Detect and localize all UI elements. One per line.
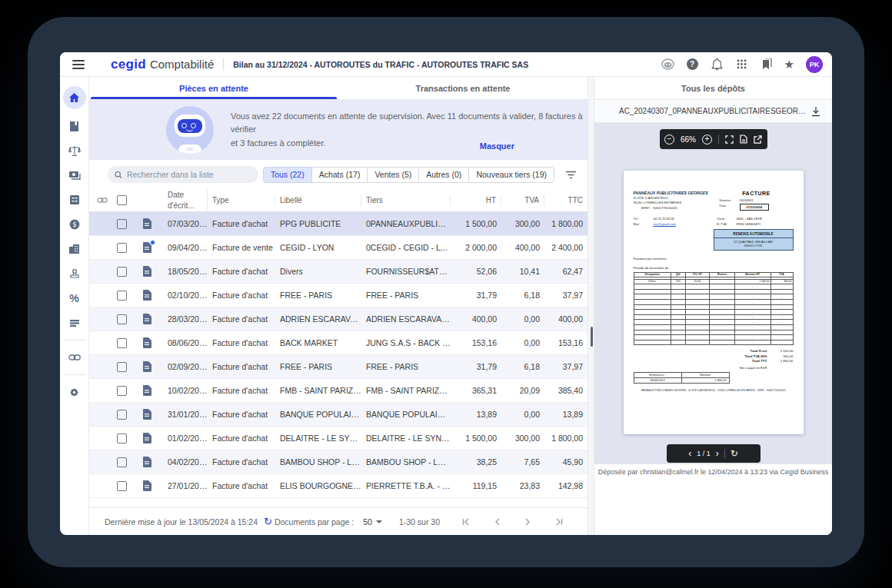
col-libelle[interactable]: Libellé: [275, 195, 361, 206]
row-date: 01/02/2024: [163, 434, 208, 443]
row-ht: 13,89: [451, 410, 501, 419]
row-checkbox[interactable]: [117, 219, 127, 229]
col-tva[interactable]: TVA: [501, 195, 544, 206]
sidebar-item-home[interactable]: [63, 86, 86, 109]
col-tiers[interactable]: Tiers: [361, 195, 451, 206]
document-view-icon[interactable]: [740, 135, 747, 144]
fullscreen-icon[interactable]: [725, 135, 734, 144]
last-page-button[interactable]: [543, 518, 574, 526]
refresh-icon[interactable]: ↻: [264, 516, 272, 527]
row-checkbox[interactable]: [117, 338, 127, 348]
row-checkbox[interactable]: [117, 362, 127, 372]
filter-chip[interactable]: Autres (0): [418, 167, 469, 183]
row-date: 08/06/2023: [163, 338, 208, 347]
select-all-checkbox[interactable]: [117, 195, 127, 205]
row-checkbox[interactable]: [117, 457, 127, 467]
sidebar-item-stamp[interactable]: [63, 266, 86, 281]
table-row[interactable]: 04/02/2023 Facture d'achat BAMBOU SHOP -…: [89, 450, 587, 474]
per-page-select[interactable]: 50: [363, 517, 382, 527]
preview-panel: Tous les dépôts AC_20240307_0PANNEAUXPUB…: [594, 77, 832, 535]
filter-chip[interactable]: Tous (22): [263, 167, 312, 183]
invoice-preview-page[interactable]: PANNEAUX PUBLICITAIRES GEORGES 61 RTE D-…: [624, 171, 804, 434]
zoom-in-icon[interactable]: +: [702, 135, 712, 145]
row-ht: 153,16: [451, 338, 501, 347]
filter-chip[interactable]: Ventes (5): [367, 167, 419, 183]
sidebar-item-company[interactable]: [63, 241, 86, 257]
left-sidebar: $ %: [60, 77, 89, 535]
table-row[interactable]: 09/04/2024 Facture de vente CEGID - LYON…: [89, 236, 587, 260]
open-external-icon[interactable]: [754, 135, 762, 144]
svg-text:$: $: [72, 221, 76, 228]
row-checkbox[interactable]: [117, 481, 127, 491]
row-ttc: 153,16: [544, 338, 587, 347]
row-tiers: FREE - PARIS: [361, 362, 451, 371]
list-scrollbar[interactable]: [587, 77, 594, 535]
scrollbar-thumb[interactable]: [591, 327, 593, 347]
filter-chip[interactable]: Nouveaux tiers (19): [468, 167, 554, 183]
table-row[interactable]: 02/10/2023 Facture d'achat FREE - PARIS …: [89, 284, 587, 307]
search-input[interactable]: [127, 170, 251, 179]
tab-tous-les-depots[interactable]: Tous les dépôts: [594, 77, 832, 100]
row-tiers: PIERRETTE T.B.A. - ELIS BO...: [361, 481, 451, 490]
document-icon: [142, 409, 153, 420]
assistant-robot-icon[interactable]: [661, 58, 674, 71]
search-box[interactable]: [108, 166, 258, 183]
row-checkbox[interactable]: [117, 243, 127, 253]
table-row[interactable]: 07/03/2024 Facture d'achat PPG PUBLICITE…: [89, 212, 587, 236]
table-row[interactable]: 10/02/2023 Facture d'achat FMB - SAINT P…: [89, 379, 587, 403]
table-row[interactable]: 01/02/2024 Facture d'achat DELAITRE - LE…: [89, 427, 587, 450]
rotate-icon[interactable]: ↻: [731, 448, 738, 459]
sidebar-item-lists[interactable]: [63, 315, 86, 331]
sidebar-item-balance[interactable]: [63, 143, 86, 158]
previous-page-button[interactable]: [481, 518, 512, 526]
tab-transactions-en-attente[interactable]: Transactions en attente: [338, 77, 587, 99]
zoom-out-icon[interactable]: −: [664, 135, 674, 145]
sidebar-item-vat-rates[interactable]: %: [63, 291, 86, 306]
sidebar-item-links[interactable]: [63, 350, 86, 365]
sidebar-item-payments[interactable]: [63, 168, 86, 183]
tab-pieces-en-attente[interactable]: Pièces en attente: [89, 77, 338, 99]
table-row[interactable]: 18/05/2023 Facture d'achat Divers FOURNI…: [89, 260, 587, 284]
favorites-star-icon[interactable]: ★: [784, 58, 794, 70]
sidebar-item-currency[interactable]: $: [63, 217, 86, 232]
next-page-button[interactable]: [512, 518, 543, 526]
filter-list-icon[interactable]: [565, 171, 577, 179]
first-page-button[interactable]: [451, 518, 481, 526]
sidebar-divider: [63, 374, 86, 375]
hide-banner-link[interactable]: Masquer: [480, 141, 514, 151]
download-icon[interactable]: [810, 106, 821, 117]
next-doc-page-icon[interactable]: ›: [716, 449, 719, 458]
col-date[interactable]: Date d'écrit...: [163, 190, 208, 211]
col-ht[interactable]: HT: [451, 195, 501, 206]
row-ht: 365,31: [451, 386, 501, 395]
menu-icon[interactable]: [72, 60, 85, 69]
apps-grid-icon[interactable]: [735, 58, 748, 71]
col-type[interactable]: Type: [208, 195, 275, 206]
table-row[interactable]: 02/09/2023 Facture d'achat FREE - PARIS …: [89, 355, 587, 379]
row-tva: 10,41: [501, 267, 544, 276]
sidebar-item-settings[interactable]: [63, 384, 86, 400]
previous-doc-page-icon[interactable]: ‹: [688, 449, 691, 458]
col-ttc[interactable]: TTC: [544, 195, 587, 206]
sidebar-item-journal[interactable]: [63, 118, 86, 134]
row-checkbox[interactable]: [117, 434, 127, 443]
row-checkbox[interactable]: [117, 386, 127, 396]
table-row[interactable]: 08/06/2023 Facture d'achat BACK MARKET J…: [89, 331, 587, 355]
row-tiers: JUNG S.A.S - BACK MARKET: [361, 338, 451, 347]
row-checkbox[interactable]: [117, 267, 127, 277]
table-row[interactable]: 31/01/2023 Facture d'achat BANQUE POPULA…: [89, 403, 587, 427]
help-icon[interactable]: ?: [686, 58, 699, 71]
row-checkbox[interactable]: [117, 291, 127, 301]
filter-chip[interactable]: Achats (17): [311, 167, 368, 183]
sidebar-item-entries[interactable]: [63, 192, 86, 208]
user-avatar[interactable]: PK: [806, 56, 823, 73]
row-checkbox[interactable]: [117, 314, 127, 324]
row-ttc: 1 800,00: [544, 434, 587, 443]
notifications-bell-icon[interactable]: [711, 58, 724, 71]
table-row[interactable]: 28/03/2023 Facture d'achat ADRIEN ESCARA…: [89, 307, 587, 331]
row-tiers: BAMBOU SHOP - LONS LE S...: [361, 457, 451, 467]
row-checkbox[interactable]: [117, 410, 127, 420]
table-row[interactable]: 27/01/2023 Facture d'achat ELIS BOURGOGN…: [89, 474, 587, 498]
bookmarks-icon[interactable]: [760, 58, 773, 71]
pia-robot-avatar: PIA: [166, 106, 214, 154]
